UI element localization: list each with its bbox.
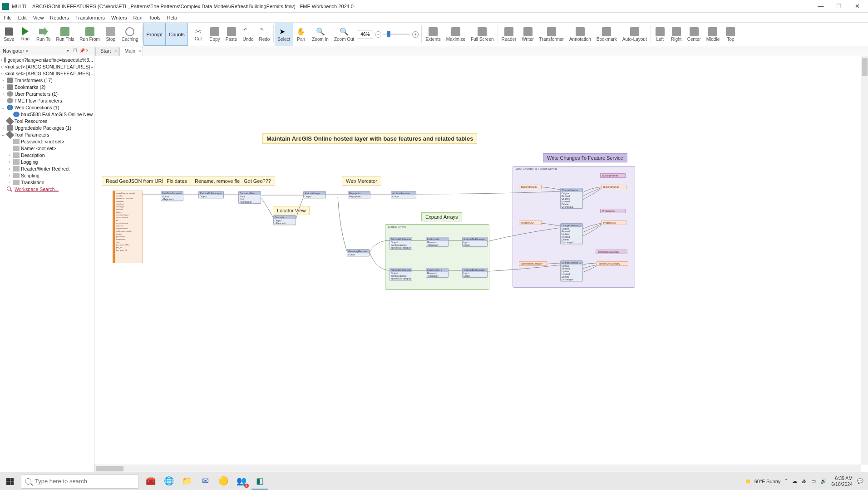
navigator-item[interactable]: ›Bookmarks (2): [1, 83, 93, 90]
header-specific-use[interactable]: SpecificUseCategory: [596, 250, 627, 254]
align-right-button[interactable]: Right: [668, 23, 685, 46]
node-attribute-bulk-manager[interactable]: AttributeBulkManagerOutput: [198, 191, 224, 198]
close-icon[interactable]: ×: [139, 49, 141, 53]
taskbar-folder-icon[interactable]: 📁: [179, 473, 195, 490]
annotation-expand-arrays[interactable]: Expand Arrays: [421, 212, 462, 221]
node-datetime-converter[interactable]: DateTimeConverterOutput<Rejected>: [161, 191, 183, 201]
header-property-use[interactable]: PropertyUse: [600, 209, 626, 213]
minimize-button[interactable]: —: [812, 0, 830, 12]
cut-button[interactable]: ✂Cut: [190, 23, 207, 46]
zoom-out-button[interactable]: 🔍Zoom Out: [331, 23, 357, 46]
annotation-locator-view[interactable]: Locator View: [273, 206, 310, 215]
annotation-button[interactable]: Annotation: [567, 23, 594, 46]
close-button[interactable]: ✕: [848, 0, 866, 12]
menu-readers[interactable]: Readers: [50, 15, 69, 20]
node-bulk-manager-3[interactable]: AttributeBulkManager_3InputOutput: [462, 268, 488, 278]
navigator-item[interactable]: ⌄Web Connections (1): [1, 104, 93, 111]
header-building-permits[interactable]: BuildingPermits: [600, 173, 626, 178]
run-button[interactable]: Run: [17, 23, 34, 46]
navigator-item[interactable]: ›Logging: [1, 158, 93, 165]
menu-writers[interactable]: Writers: [111, 15, 127, 20]
node-list-exploder[interactable]: ListExploderElements<Rejected>: [426, 237, 449, 247]
zoom-minus-button[interactable]: −: [375, 31, 381, 38]
menu-transformers[interactable]: Transformers: [75, 15, 105, 20]
auto-layout-button[interactable]: Auto-Layout: [620, 23, 650, 46]
nav-pin-icon[interactable]: 📌: [79, 48, 85, 53]
extents-button[interactable]: Extents: [423, 23, 443, 46]
menu-file[interactable]: File: [4, 15, 12, 20]
fullscreen-button[interactable]: Full Screen: [468, 23, 497, 46]
weather-widget[interactable]: 60°F Sunny: [745, 478, 781, 485]
zoom-slider[interactable]: [383, 34, 410, 35]
taskbar-teams-icon[interactable]: 👥5: [233, 473, 250, 490]
taskbar-outlook-icon[interactable]: ✉: [197, 473, 213, 490]
run-from-button[interactable]: Run From: [77, 23, 102, 46]
tab-start[interactable]: Start×: [95, 47, 118, 56]
run-to-button[interactable]: Run To: [34, 23, 54, 46]
taskbar-edge-icon[interactable]: 🌐: [161, 473, 177, 490]
maximize-tool-button[interactable]: Maximize: [444, 23, 468, 46]
prompt-toggle[interactable]: Prompt: [143, 23, 166, 46]
menu-help[interactable]: Help: [167, 15, 177, 20]
taskbar-fme-icon[interactable]: ◧: [252, 473, 268, 490]
node-bulk-keeper-3[interactable]: AttributeBulkKeeper_3Outputburchmeasures…: [390, 268, 412, 280]
vertical-scrollbar[interactable]: [861, 56, 868, 465]
nav-close-icon[interactable]: ×: [86, 48, 91, 53]
navigator-item[interactable]: bruc5588 Esri ArcGIS Online New: [1, 111, 93, 118]
counts-toggle[interactable]: Counts: [166, 23, 188, 46]
pan-button[interactable]: ✋Pan: [293, 23, 309, 46]
navigator-item[interactable]: ›Scripting: [1, 172, 93, 179]
navigator-item[interactable]: ›Transformers (17): [1, 77, 93, 83]
node-reprojector[interactable]: ReprojectorReprojected: [348, 191, 370, 198]
taskbar-search[interactable]: [21, 474, 139, 489]
align-top-button[interactable]: Top: [722, 23, 739, 46]
nav-undock-icon[interactable]: ❐: [73, 48, 79, 53]
writer-property-use[interactable]: PropertyUse: [601, 220, 626, 225]
annotation-read-geojson[interactable]: Read GeoJSON from URL: [102, 176, 169, 186]
select-button[interactable]: ➤Select: [275, 23, 293, 46]
zoom-plus-button[interactable]: +: [412, 31, 419, 38]
navigator-item[interactable]: ›Reader/Writer Redirect: [1, 165, 93, 172]
node-list-exploder-2[interactable]: ListExploder_2Elements<Rejected>: [426, 268, 449, 278]
canvas-title-annotation[interactable]: Maintain ArcGIS Online hosted layer with…: [262, 133, 477, 144]
redo-button[interactable]: ↷Redo: [256, 23, 272, 46]
navigator-item[interactable]: ›<not set> [ARCGISONLINEFEATURES] - 1: [1, 63, 93, 70]
node-attribute-remover[interactable]: AttributeRemoverOutput: [391, 191, 416, 198]
navigator-item[interactable]: ⌄Tool Parameters: [1, 131, 93, 138]
navigator-item[interactable]: Workspace Search...: [1, 186, 93, 192]
tray-cloud-icon[interactable]: ☁: [792, 478, 797, 484]
reader-building-permits[interactable]: BuildingPermits: [519, 185, 542, 189]
navigator-item[interactable]: Tool Resources: [1, 118, 93, 124]
node-bulk-keeper-2[interactable]: AttributeBulkKeeper_2Outputburchmeasures…: [390, 237, 412, 250]
navigator-item[interactable]: ›Upgradeable Packages (1): [1, 124, 93, 131]
tray-battery-icon[interactable]: ▭: [811, 478, 816, 484]
menu-tools[interactable]: Tools: [149, 15, 161, 20]
writer-button[interactable]: Writer: [519, 23, 536, 46]
stop-button[interactable]: Stop: [103, 23, 119, 46]
navigator-item[interactable]: ›geojson?lang=en&refine=issuedate%3...: [1, 56, 93, 63]
align-center-button[interactable]: Center: [685, 23, 704, 46]
navigator-item[interactable]: ›Translation: [1, 179, 93, 186]
reader-node[interactable]: issued_bui...g_permits recordidpermitnum…: [113, 191, 143, 263]
copy-button[interactable]: Copy: [207, 23, 223, 46]
menu-view[interactable]: View: [33, 15, 44, 20]
tray-network-icon[interactable]: 🖧: [802, 479, 807, 484]
node-geometry-filter[interactable]: GeometryFilterPointNull<Unfiltered>: [238, 191, 261, 204]
annotation-fix-dates[interactable]: Fix dates: [163, 176, 191, 186]
navigator-item[interactable]: FME Flow Parameters: [1, 97, 93, 104]
navigator-item[interactable]: ›<not set> [ARCGISONLINEFEATURES] - 2: [1, 70, 93, 77]
align-left-button[interactable]: Left: [652, 23, 668, 46]
run-this-button[interactable]: Run This: [54, 23, 77, 46]
writer-building-permits[interactable]: BuildingPermits: [601, 185, 626, 189]
navigator-tree[interactable]: ›geojson?lang=en&refine=issuedate%3...›<…: [0, 55, 94, 472]
tray-chevron-icon[interactable]: ˄: [785, 478, 788, 484]
navigator-item[interactable]: Name: <not set>: [1, 145, 93, 152]
writer-specific-use[interactable]: SpecificUseCategory: [597, 261, 628, 266]
maximize-button[interactable]: ☐: [830, 0, 848, 12]
nav-dropdown-icon[interactable]: ▾: [67, 48, 72, 53]
taskbar-chrome-icon[interactable]: 🟡: [215, 473, 232, 490]
annotation-web-mercator[interactable]: Web Mercator: [342, 176, 381, 186]
navigator-item[interactable]: ›User Parameters (1): [1, 90, 93, 97]
annotation-write-changes[interactable]: Write Changes To Feature Service: [543, 153, 627, 162]
align-middle-button[interactable]: Middle: [704, 23, 722, 46]
